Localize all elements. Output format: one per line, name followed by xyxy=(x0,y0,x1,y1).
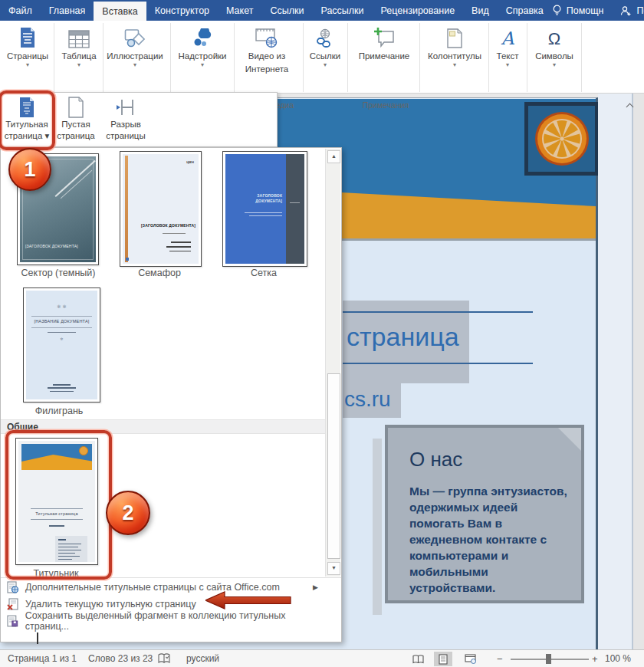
dropdown-arrow: ▾ xyxy=(553,62,556,68)
gallery-item-label: Филигрань xyxy=(35,406,84,416)
document-scrollbar-track[interactable] xyxy=(633,93,644,649)
zoom-level[interactable]: 100 % xyxy=(605,650,631,667)
scrollbar-thumb[interactable] xyxy=(327,373,340,559)
tab-help[interactable]: Справка xyxy=(498,0,552,21)
zoom-in-button[interactable]: + xyxy=(592,650,598,667)
addins-button[interactable]: Надстройки ▾ xyxy=(175,23,230,68)
tab-references[interactable]: Ссылки xyxy=(261,0,312,21)
dropdown-arrow: ▾ xyxy=(133,62,136,68)
online-video-icon xyxy=(255,25,278,48)
language-indicator[interactable]: русский xyxy=(186,650,219,667)
illustrations-icon xyxy=(124,25,146,48)
tab-review[interactable]: Рецензирование xyxy=(373,0,464,21)
orange-slice-icon xyxy=(534,111,590,166)
title-rule-top xyxy=(343,311,533,313)
tab-file[interactable]: Файл xyxy=(0,0,41,21)
web-layout-button[interactable] xyxy=(461,652,479,666)
about-panel[interactable]: О нас Мы — группа энтузиастов, одержимых… xyxy=(385,425,584,603)
header-footer-icon xyxy=(446,25,463,48)
tab-mailings[interactable]: Рассылки xyxy=(312,0,372,21)
group-label-comments: Примечания xyxy=(363,100,409,110)
tab-home[interactable]: Главная xyxy=(41,0,94,21)
blank-page-button[interactable]: Пустая страница xyxy=(52,94,100,146)
dropdown-arrow: ▾ xyxy=(506,62,509,68)
read-mode-button[interactable] xyxy=(409,652,427,666)
orange-logo-image[interactable] xyxy=(524,102,599,176)
panel-fold xyxy=(557,426,583,452)
symbols-button[interactable]: Ω Символы ▾ xyxy=(529,23,580,68)
tab-view[interactable]: Вид xyxy=(463,0,498,21)
links-button[interactable]: Ссылки ▾ xyxy=(305,23,345,68)
links-label: Ссылки xyxy=(310,51,341,61)
blank-page-label-1: Пустая xyxy=(61,120,90,130)
pages-button[interactable]: Страницы ▾ xyxy=(5,23,51,68)
menu-save-selection[interactable]: Сохранить выделенный фрагмент в коллекци… xyxy=(1,613,326,629)
text-button[interactable]: A Текст ▾ xyxy=(491,23,524,68)
proofing-icon[interactable] xyxy=(158,650,170,667)
annotation-arrow xyxy=(205,591,291,610)
page-margin-area xyxy=(598,93,632,649)
share-button[interactable]: Поделиться xyxy=(620,5,644,16)
print-layout-button[interactable] xyxy=(434,652,452,666)
status-bar: Страница 1 из 1 Слово 23 из 23 русский −… xyxy=(0,649,644,667)
tell-me-button[interactable]: Помощн xyxy=(552,5,604,16)
save-selection-icon xyxy=(7,615,18,627)
page-break-label-2: страницы xyxy=(106,131,145,141)
comment-label: Примечание xyxy=(359,51,410,61)
zoom-slider-thumb[interactable] xyxy=(546,654,551,664)
symbols-label: Символы xyxy=(535,51,573,61)
table-icon xyxy=(68,25,90,48)
titlebar-right: Помощн Поделиться xyxy=(552,0,644,21)
online-video-button[interactable]: Видео из Интернета xyxy=(236,23,297,74)
menu-label: Удалить текущую титульную страницу xyxy=(25,599,196,610)
gallery-scrollbar[interactable]: ▲ ▼ xyxy=(325,149,340,577)
dropdown-arrow: ▾ xyxy=(453,62,456,68)
placeholder-text: [ЗАГОЛОВОК ДОКУМЕНТА] xyxy=(141,223,196,228)
pages-label: Страницы xyxy=(7,51,48,61)
tiny-text: ЦМН xyxy=(186,160,194,164)
gallery-item-filigree[interactable]: ✻ ✻ [НАЗВАНИЕ ДОКУМЕНТА] ✻ xyxy=(23,288,100,402)
placeholder-text: [ЗАГОЛОВОК ДОКУМЕНТА] xyxy=(25,244,78,248)
comment-icon xyxy=(373,25,396,48)
word-window: страница cs.ru О нас Мы — группа энтузиа… xyxy=(0,0,644,667)
tab-insert[interactable]: Вставка xyxy=(94,2,146,21)
ribbon-tab-bar: Файл Главная Вставка Конструктор Макет С… xyxy=(0,0,644,21)
page-break-label-1: Разрыв xyxy=(110,120,141,130)
placeholder-text: ЗАГОЛОВОК ДОКУМЕНТА] xyxy=(239,193,283,204)
online-video-label-1: Видео из xyxy=(248,51,286,61)
table-button[interactable]: Таблица ▾ xyxy=(58,23,100,68)
gallery-item-grid[interactable]: ЗАГОЛОВОК ДОКУМЕНТА] xyxy=(222,151,307,267)
gallery-item-semaphore[interactable]: ЦМН [ЗАГОЛОВОК ДОКУМЕНТА] xyxy=(120,151,202,267)
collapse-ribbon-icon[interactable] xyxy=(626,102,633,109)
page-break-icon xyxy=(116,95,136,118)
header-footer-button[interactable]: Колонтитулы ▾ xyxy=(423,23,486,68)
page-indicator[interactable]: Страница 1 из 1 xyxy=(8,650,77,667)
tab-design[interactable]: Конструктор xyxy=(146,0,218,21)
about-heading: О нас xyxy=(409,448,462,472)
cover-url-text[interactable]: cs.ru xyxy=(344,387,391,412)
page-break-button[interactable]: Разрыв страницы xyxy=(100,94,151,146)
illustrations-button[interactable]: Иллюстрации ▾ xyxy=(106,23,164,68)
gallery-item-label: Сектор (темный) xyxy=(21,268,96,278)
gallery-item-label: Сетка xyxy=(251,268,277,278)
word-count[interactable]: Слово 23 из 23 xyxy=(88,650,153,667)
addins-label: Надстройки xyxy=(178,51,226,61)
links-icon xyxy=(315,25,335,48)
dropdown-arrow: ▾ xyxy=(324,62,327,68)
office-com-icon xyxy=(7,581,18,593)
dropdown-arrow: ▾ xyxy=(77,62,80,68)
header-footer-label: Колонтитулы xyxy=(428,51,481,61)
zoom-out-button[interactable]: − xyxy=(497,650,503,667)
ribbon: Страницы ▾ Таблица ▾ Таблицы Иллюстрации… xyxy=(0,21,644,94)
illustrations-label: Иллюстрации xyxy=(107,51,163,61)
comment-button[interactable]: Примечание xyxy=(351,23,417,61)
share-person-icon xyxy=(620,5,632,16)
blank-page-icon xyxy=(67,95,84,118)
cover-title-text[interactable]: страница xyxy=(347,322,459,352)
text-cursor xyxy=(37,632,38,644)
addins-icon xyxy=(192,25,212,48)
scroll-down-icon[interactable]: ▼ xyxy=(327,562,340,575)
scroll-up-icon[interactable]: ▲ xyxy=(327,150,340,163)
tab-layout[interactable]: Макет xyxy=(218,0,261,21)
dropdown-arrow: ▾ xyxy=(201,62,204,68)
